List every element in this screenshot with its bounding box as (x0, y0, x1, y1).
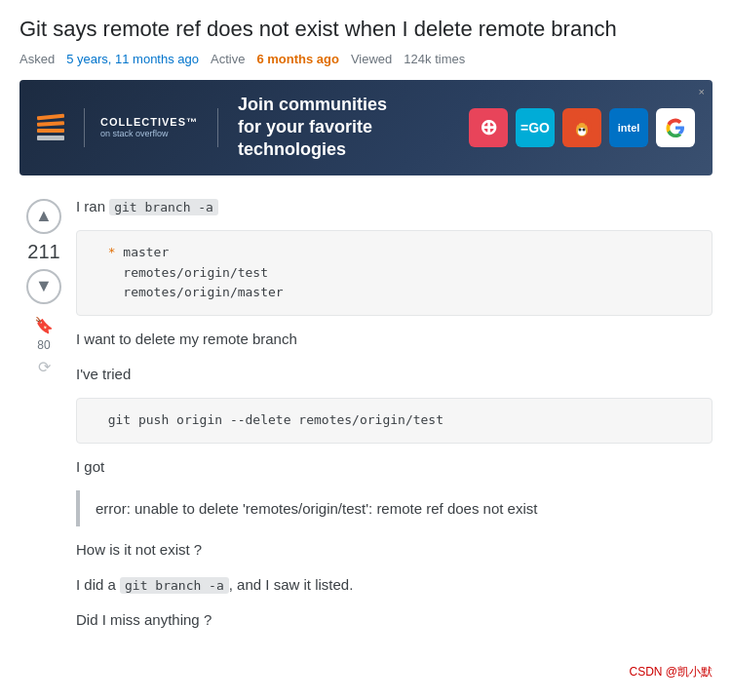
para7: Did I miss anything ? (76, 608, 713, 632)
svg-point-5 (579, 128, 582, 131)
page-title: Git says remote ref does not exist when … (19, 16, 713, 44)
ad-logo-text: COLLECTIVES™ (100, 116, 198, 129)
question-body: I ran git branch -a * master remotes/ori… (68, 195, 713, 643)
active-time[interactable]: 6 months ago (256, 52, 339, 66)
ad-banner: × COLLECTIVES™ on stack overflow Join co… (19, 80, 713, 175)
ad-logo: COLLECTIVES™ on stack overflow (37, 108, 198, 147)
viewed-label: Viewed (351, 52, 392, 66)
active-label: Active (211, 52, 245, 66)
viewed-count: 124k times (404, 52, 465, 66)
para2: I want to delete my remote branch (76, 328, 713, 351)
ad-icon-fox[interactable] (562, 108, 601, 147)
para4: I got (76, 455, 713, 479)
para1: I ran git branch -a (76, 195, 713, 218)
code-block-1: * master remotes/origin/test remotes/ori… (76, 230, 713, 316)
vote-down-button[interactable]: ▼ (26, 269, 61, 304)
para6-pre: I did a (76, 576, 120, 593)
para3: I've tried (76, 363, 713, 386)
content-area: ▲ 211 ▼ 🔖 80 ⟳ I ran git branch -a * mas… (19, 195, 713, 643)
vote-count: 211 (27, 238, 59, 265)
ad-left: COLLECTIVES™ on stack overflow Join comm… (37, 94, 387, 162)
inline-code-2: git branch -a (120, 577, 229, 594)
para5: How is it not exist ? (76, 538, 713, 562)
para1-pre: I ran (76, 198, 109, 214)
bookmark-count: 80 (37, 338, 50, 352)
bookmark-button[interactable]: 🔖 (34, 316, 54, 334)
svg-point-6 (583, 128, 586, 131)
ad-logo-sub: on stack overflow (100, 129, 198, 138)
para6-mid: , and I saw it listed. (229, 576, 354, 593)
meta-row: Asked 5 years, 11 months ago Active 6 mo… (19, 52, 713, 66)
ad-close-button[interactable]: × (699, 86, 705, 97)
history-button[interactable]: ⟳ (38, 358, 51, 376)
vote-column: ▲ 211 ▼ 🔖 80 ⟳ (19, 195, 68, 643)
ad-icon-globe[interactable]: ⊕ (469, 108, 508, 147)
vote-up-button[interactable]: ▲ (26, 199, 61, 234)
code-block-2: git push origin --delete remotes/origin/… (76, 398, 713, 444)
asked-label: Asked (19, 52, 55, 66)
para6: I did a git branch -a, and I saw it list… (76, 573, 713, 597)
ad-icons: ⊕ =GO intel (469, 108, 695, 147)
ad-headline: Join communities for your favorite techn… (238, 94, 387, 162)
error-block: error: unable to delete 'remotes/origin/… (76, 490, 713, 526)
asked-time[interactable]: 5 years, 11 months ago (66, 52, 199, 66)
ad-icon-google[interactable] (656, 108, 695, 147)
ad-icon-go[interactable]: =GO (516, 108, 555, 147)
inline-code-1: git branch -a (109, 199, 218, 215)
error-text: error: unable to delete 'remotes/origin/… (96, 500, 697, 517)
ad-icon-intel[interactable]: intel (609, 108, 648, 147)
